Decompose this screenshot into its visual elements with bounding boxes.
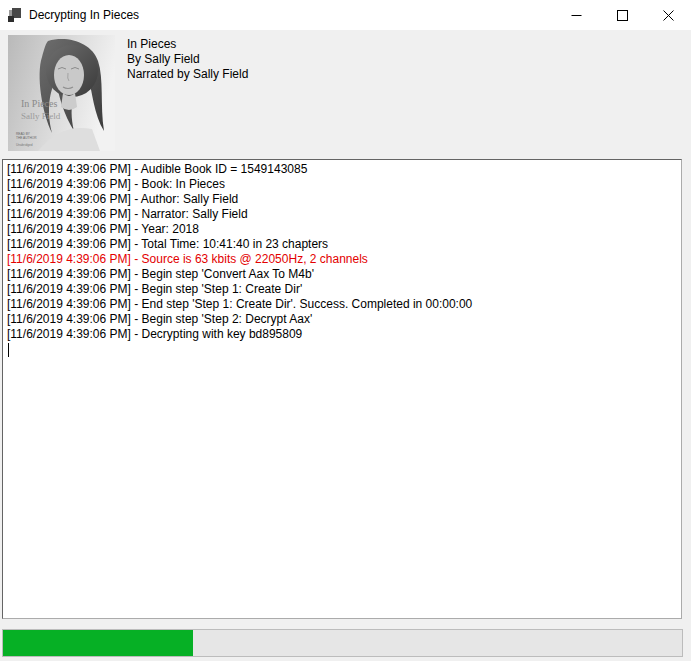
log-line: [11/6/2019 4:39:06 PM] - Begin step 'Ste…	[7, 282, 677, 297]
log-line: [11/6/2019 4:39:06 PM] - Author: Sally F…	[7, 192, 677, 207]
book-narrator: Narrated by Sally Field	[127, 67, 248, 82]
minimize-button[interactable]	[553, 0, 599, 30]
maximize-icon	[617, 10, 628, 21]
text-caret	[8, 343, 9, 357]
book-author: By Sally Field	[127, 52, 248, 67]
log-line: [11/6/2019 4:39:06 PM] - Audible Book ID…	[7, 162, 677, 177]
progress-fill	[3, 630, 193, 656]
log-line: [11/6/2019 4:39:06 PM] - Narrator: Sally…	[7, 207, 677, 222]
cover-readby-line2: THE AUTHOR	[16, 136, 37, 140]
maximize-button[interactable]	[599, 0, 645, 30]
cover-author-text: Sally Field	[21, 111, 61, 121]
log-lines: [11/6/2019 4:39:06 PM] - Audible Book ID…	[7, 162, 677, 342]
log-line: [11/6/2019 4:39:06 PM] - Book: In Pieces	[7, 177, 677, 192]
app-window: Decrypting In Pieces	[0, 0, 691, 661]
cover-edition-text: Unabridged	[16, 143, 33, 147]
window-controls	[553, 0, 691, 30]
log-textbox[interactable]: [11/6/2019 4:39:06 PM] - Audible Book ID…	[2, 159, 682, 619]
close-icon	[663, 10, 674, 21]
log-line: [11/6/2019 4:39:06 PM] - End step 'Step …	[7, 297, 677, 312]
log-line: [11/6/2019 4:39:06 PM] - Decrypting with…	[7, 327, 677, 342]
titlebar[interactable]: Decrypting In Pieces	[0, 0, 691, 30]
minimize-icon	[571, 10, 582, 21]
window-title: Decrypting In Pieces	[29, 8, 139, 22]
log-line: [11/6/2019 4:39:06 PM] - Total Time: 10:…	[7, 237, 677, 252]
book-title: In Pieces	[127, 37, 248, 52]
cover-title-text: In Pieces	[21, 98, 57, 109]
log-line: [11/6/2019 4:39:06 PM] - Begin step 'Ste…	[7, 312, 677, 327]
book-cover-image: In Pieces Sally Field READ BY THE AUTHOR…	[8, 35, 115, 151]
app-icon	[7, 7, 23, 23]
log-line: [11/6/2019 4:39:06 PM] - Year: 2018	[7, 222, 677, 237]
book-info: In Pieces By Sally Field Narrated by Sal…	[127, 37, 248, 82]
close-button[interactable]	[645, 0, 691, 30]
log-line: [11/6/2019 4:39:06 PM] - Source is 63 kb…	[7, 252, 677, 267]
progress-bar	[2, 629, 683, 657]
log-line: [11/6/2019 4:39:06 PM] - Begin step 'Con…	[7, 267, 677, 282]
